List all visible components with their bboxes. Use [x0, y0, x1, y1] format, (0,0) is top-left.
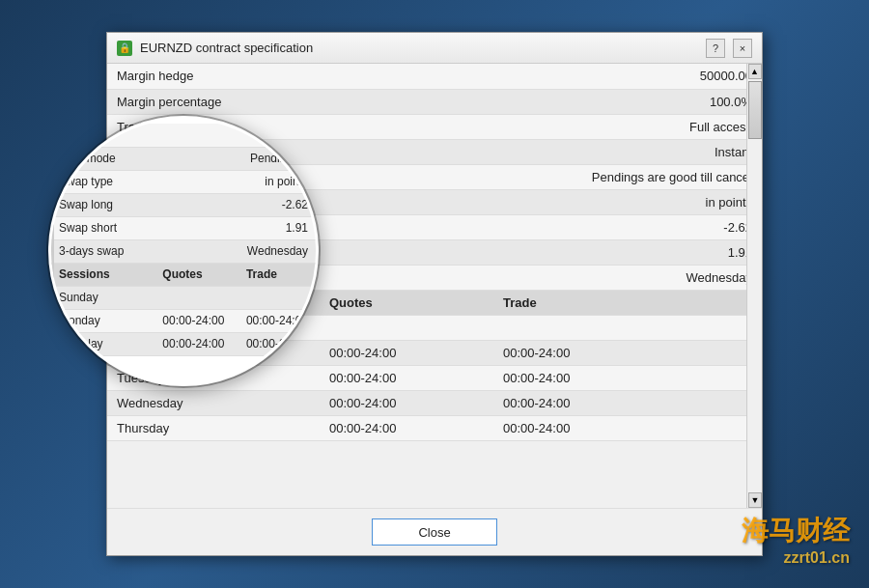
table-row: Thursday 00:00-24:00 00:00-24:00 [107, 415, 762, 440]
table-row: Tuesday 00:00-24:00 00:00-24:00 [107, 365, 762, 390]
table-row: Margin percentage 100.0% [107, 89, 762, 114]
scrollbar-thumb[interactable] [748, 81, 762, 139]
title-bar-left: 🔒 EURNZD contract specification [117, 41, 313, 56]
table-row: Trad... Full access [107, 114, 762, 139]
row-value: 1.91 [320, 239, 762, 265]
row-value: 50000.00 [320, 64, 762, 89]
row-value: Wednesday [320, 265, 762, 290]
row-trade: 00:00-24:00 [493, 340, 762, 365]
spec-table: Margin hedge 50000.00 Margin percentage … [107, 64, 762, 441]
table-container: Margin hedge 50000.00 Margin percentage … [107, 64, 762, 508]
scrollbar-track[interactable]: ▲ ▼ [746, 64, 762, 508]
window-close-button[interactable]: × [733, 39, 752, 58]
row-label: Swap short [107, 239, 320, 265]
row-value: in points [320, 189, 762, 214]
table-row: Sessions Quotes Trade [107, 290, 762, 315]
row-label: 3-days swap [107, 265, 320, 290]
row-value: -2.62 [320, 214, 762, 239]
row-quotes: 00:00-24:00 [320, 415, 493, 440]
row-trade: 00:00-24:00 [493, 415, 762, 440]
row-label: GTC mode [107, 164, 320, 189]
row-label: Sessions [107, 290, 320, 315]
dialog-title: EURNZD contract specification [140, 41, 313, 55]
row-quotes: 00:00-24:00 [320, 340, 493, 365]
row-trade: Trade [493, 290, 762, 315]
title-bar: 🔒 EURNZD contract specification ? × [107, 33, 762, 64]
table-row: Wednesday 00:00-24:00 00:00-24:00 [107, 390, 762, 415]
row-label: ...xecution [107, 139, 320, 164]
mag-left-border [51, 119, 54, 383]
row-value: 100.0% [320, 89, 762, 114]
row-quotes: Quotes [320, 290, 493, 315]
contract-specification-dialog: 🔒 EURNZD contract specification ? × Marg… [106, 32, 763, 556]
scroll-down-arrow[interactable]: ▼ [748, 492, 762, 508]
close-button[interactable]: Close [372, 518, 497, 546]
row-quotes: 00:00-24:00 [320, 390, 493, 415]
table-row: Sunday [107, 315, 762, 340]
watermark: 海马财经 zzrt01.cn [742, 514, 850, 569]
row-label: Trad... [107, 114, 320, 139]
row-trade: 00:00-24:00 [493, 390, 762, 415]
watermark-line1: 海马财经 [742, 514, 850, 548]
table-row: Swap short 1.91 [107, 239, 762, 265]
help-button[interactable]: ? [706, 39, 725, 58]
row-label: Margin percentage [107, 89, 320, 114]
row-value: Instant [320, 139, 762, 164]
table-row: Monday 00:00-24:00 00:00-24:00 [107, 340, 762, 365]
row-value: Full access [320, 114, 762, 139]
table-row: 3-days swap Wednesday [107, 265, 762, 290]
row-value [320, 315, 762, 340]
scroll-up-arrow[interactable]: ▲ [748, 64, 762, 79]
row-value: Pendings are good till cancel [320, 164, 762, 189]
row-label: Margin hedge [107, 64, 320, 89]
title-bar-buttons: ? × [706, 39, 752, 58]
row-label: Wednesday [107, 390, 320, 415]
row-label: Thursday [107, 415, 320, 440]
table-row: Swap long -2.62 [107, 214, 762, 239]
row-trade: 00:00-24:00 [493, 365, 762, 390]
row-label: Swap type [107, 189, 320, 214]
row-label: Sunday [107, 315, 320, 340]
dialog-footer: Close [107, 508, 762, 555]
table-row: ...xecution Instant [107, 139, 762, 164]
watermark-line2: zzrt01.cn [742, 548, 850, 569]
table-row: Swap type in points [107, 189, 762, 214]
row-label: Swap long [107, 214, 320, 239]
table-row: Margin hedge 50000.00 [107, 64, 762, 89]
row-label: Monday [107, 340, 320, 365]
row-quotes: 00:00-24:00 [320, 365, 493, 390]
table-row: GTC mode Pendings are good till cancel [107, 164, 762, 189]
row-label: Tuesday [107, 365, 320, 390]
dialog-icon: 🔒 [117, 41, 132, 56]
